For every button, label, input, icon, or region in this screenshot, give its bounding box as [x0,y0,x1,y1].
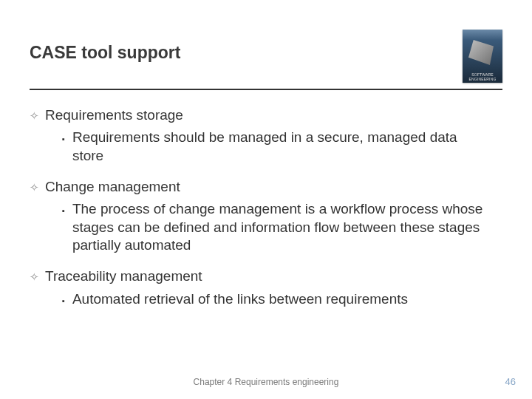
footer: Chapter 4 Requirements engineering [0,377,532,387]
book-cover-label: SOFTWARE ENGINEERING [463,72,502,81]
section-heading-text: Change management [45,178,180,196]
section-heading: ✧ Change management [30,178,502,196]
section-heading-text: Traceability management [45,267,202,285]
square-bullet-icon: ▪ [62,293,65,305]
slide: CASE tool support SOFTWARE ENGINEERING ✧… [0,0,532,399]
header-row: CASE tool support SOFTWARE ENGINEERING [30,30,502,83]
section-heading: ✧ Requirements storage [30,106,502,124]
diamond-bullet-icon: ✧ [30,180,39,193]
list-item-text: Requirements should be managed in a secu… [72,129,486,165]
section-change-management: ✧ Change management ▪ The process of cha… [30,178,502,254]
square-bullet-icon: ▪ [62,132,65,143]
section-traceability-management: ✧ Traceability management ▪ Automated re… [30,267,502,308]
footer-chapter: Chapter 4 Requirements engineering [194,377,339,387]
square-bullet-icon: ▪ [62,203,65,215]
list-item-text: The process of change management is a wo… [72,200,486,254]
list-item: ▪ Automated retrieval of the links betwe… [30,290,502,308]
section-requirements-storage: ✧ Requirements storage ▪ Requirements sh… [30,106,502,165]
slide-title: CASE tool support [30,30,180,63]
slide-content: ✧ Requirements storage ▪ Requirements sh… [30,106,502,308]
page-number: 46 [505,376,516,387]
diamond-bullet-icon: ✧ [30,270,39,282]
list-item: ▪ The process of change management is a … [30,200,502,254]
title-underline [30,89,502,90]
section-heading: ✧ Traceability management [30,267,502,285]
list-item: ▪ Requirements should be managed in a se… [30,129,502,165]
list-item-text: Automated retrieval of the links between… [72,290,408,308]
section-heading-text: Requirements storage [45,106,183,124]
diamond-bullet-icon: ✧ [30,109,39,121]
book-cover-image: SOFTWARE ENGINEERING [463,30,502,83]
